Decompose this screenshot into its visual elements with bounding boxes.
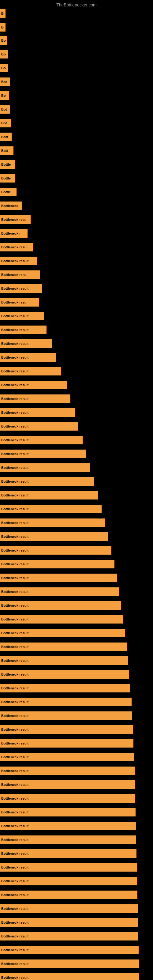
bar-label: Bo — [1, 94, 6, 97]
bar-label: Bottleneck result — [1, 425, 29, 428]
bar-item: Bot — [0, 119, 11, 127]
bar-item: Bottleneck result — [0, 574, 117, 582]
bar-label: Bottleneck result — [1, 369, 29, 373]
bar-label: Bottleneck result — [1, 934, 29, 938]
bar-label: Bo — [1, 66, 6, 70]
bar-item: Bottleneck result — [0, 519, 105, 527]
bar-label: Bottleneck r — [1, 232, 21, 235]
bar-label: Bottle — [1, 162, 11, 166]
bar-item: Bo — [0, 36, 7, 45]
bar-item: Bo — [0, 50, 8, 59]
bar-label: Bottleneck result — [1, 921, 29, 924]
bar-item: Bottleneck resul — [0, 270, 40, 279]
bar-item: Bottleneck result — [0, 450, 86, 458]
bar-item: Bottleneck result — [0, 753, 134, 761]
bar-item: Bottleneck r — [0, 229, 27, 238]
bar-item: Bott — [0, 133, 12, 141]
bar-item: Bottleneck result — [0, 670, 129, 679]
bar-label: Bottleneck result — [1, 576, 29, 580]
bar-label: Bottleneck resu — [1, 218, 27, 221]
bar-item: Bottleneck result — [0, 477, 94, 486]
bar-item: Bottleneck result — [0, 381, 67, 389]
bar-label: Bottleneck result — [1, 314, 29, 318]
bar-item: Bottleneck result — [0, 367, 61, 375]
bar-label: Bottleneck result — [1, 686, 29, 690]
bar-item: Bottleneck result — [0, 257, 37, 265]
bar-item: Bottleneck result — [0, 422, 78, 431]
bar-label: Bottleneck result — [1, 714, 29, 718]
bar-item: Bottleneck result — [0, 339, 52, 348]
bar-label: Bottleneck result — [1, 590, 29, 593]
bar-item: Bottleneck result — [0, 587, 120, 596]
bar-label: Bottleneck result — [1, 948, 29, 952]
bar-item: Bottleneck result — [0, 353, 56, 362]
bar-label: Bottleneck result — [1, 562, 29, 566]
bar-item: Bo — [0, 91, 9, 100]
bar-item: Bottleneck result — [0, 780, 135, 789]
bar-label: Bo — [1, 52, 6, 56]
bar-item: Bottleneck result — [0, 739, 134, 748]
bar-item: Bottleneck — [0, 202, 22, 210]
bar-item: Bottleneck result — [0, 532, 108, 541]
bar-label: Bottleneck result — [1, 617, 29, 621]
bar-label: Bottleneck result — [1, 673, 29, 676]
site-title: TheBottlenecker.com — [0, 0, 153, 9]
bar-label: Bottleneck result — [1, 397, 29, 401]
bar-label: Bot — [1, 121, 7, 125]
bar-item: Bottleneck result — [0, 725, 133, 734]
bar-item: Bottleneck result — [0, 491, 98, 500]
bar-label: Bottleneck result — [1, 452, 29, 456]
bar-item: Bottleneck result — [0, 918, 138, 927]
bar-label: Bottleneck resul — [1, 245, 27, 249]
bar-item: Bottleneck result — [0, 284, 42, 293]
bar-label: Bottleneck result — [1, 962, 29, 966]
bar-label: Bottleneck result — [1, 852, 29, 855]
bar-item: Bottleneck result — [0, 408, 75, 417]
bar-item: Bottleneck result — [0, 395, 70, 403]
bar-label: Bott — [1, 135, 8, 139]
bar-item: Bottle — [0, 174, 15, 183]
bar-item: Bottleneck result — [0, 794, 135, 803]
bar-item: Bottleneck result — [0, 877, 137, 885]
bar-item: Bottle — [0, 160, 15, 169]
bar-item: Bo — [0, 64, 8, 72]
bar-item: Bottleneck result — [0, 959, 139, 968]
bar-label: Bottleneck result — [1, 549, 29, 552]
bar-item: Bott — [0, 146, 13, 155]
bar-item: Bottleneck result — [0, 973, 139, 980]
bar-label: Bottleneck result — [1, 383, 29, 387]
bar-label: Bottleneck result — [1, 824, 29, 828]
bar-label: Bottleneck result — [1, 659, 29, 662]
bar-label: B — [1, 12, 4, 15]
bar-item: Bottleneck resul — [0, 243, 33, 251]
bar-label: Bottleneck result — [1, 838, 29, 842]
bar-item: Bottleneck result — [0, 629, 125, 637]
bar-label: Bottleneck result — [1, 700, 29, 704]
bar-label: Bottleneck result — [1, 493, 29, 497]
bar-item: Bottleneck result — [0, 767, 135, 775]
bar-label: Bottleneck result — [1, 507, 29, 511]
bar-label: Bottleneck result — [1, 865, 29, 869]
bar-item: Bottleneck result — [0, 436, 83, 444]
bar-item: Bottleneck result — [0, 326, 46, 334]
bar-label: Bottleneck result — [1, 411, 29, 414]
bar-item: Bottleneck result — [0, 505, 102, 513]
bar-item: Bottleneck result — [0, 863, 137, 872]
bar-label: Bottleneck result — [1, 631, 29, 635]
bar-label: Bottleneck resu — [1, 301, 27, 304]
bar-item: Bottleneck result — [0, 312, 44, 320]
bar-label: Bottleneck result — [1, 438, 29, 442]
bar-label: Bottleneck result — [1, 728, 29, 731]
bar-item: B — [0, 9, 5, 18]
bar-item: Bottleneck result — [0, 808, 135, 816]
bar-item: Bottleneck resu — [0, 215, 30, 224]
bar-label: Bottleneck — [1, 204, 18, 208]
bar-label: Bottle — [1, 190, 11, 194]
bar-item: Bottleneck result — [0, 932, 138, 940]
bar-item: Bottle — [0, 188, 16, 196]
bar-item: Bottleneck result — [0, 684, 131, 692]
bar-label: Bottleneck result — [1, 769, 29, 773]
bar-label: Bottleneck result — [1, 466, 29, 469]
bar-label: Bott — [1, 149, 8, 153]
bar-label: Bottleneck result — [1, 645, 29, 649]
